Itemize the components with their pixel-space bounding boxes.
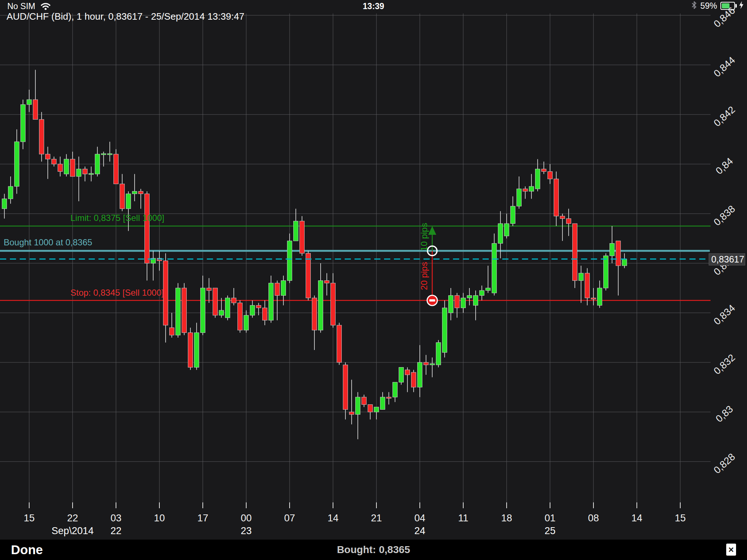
position-status-label: Bought: 0,8365: [0, 540, 747, 560]
candle-up: [21, 105, 26, 142]
candle-up: [250, 306, 255, 315]
candle-down: [58, 164, 63, 171]
candle-up: [622, 259, 627, 265]
candle-up: [27, 100, 32, 105]
x-axis-label: 15: [24, 513, 35, 524]
candle-up: [430, 363, 435, 365]
candle-down: [616, 241, 621, 266]
chart-area[interactable]: 0,8460,8440,8420,840,8380,8360,8340,8320…: [0, 0, 747, 540]
candle-up: [15, 142, 19, 186]
candle-down: [238, 303, 243, 330]
candle-down: [70, 159, 75, 176]
candle-down: [306, 253, 311, 298]
x-axis-sublabel: 25: [545, 525, 556, 536]
candle-down: [362, 397, 367, 404]
candle-down: [312, 298, 317, 330]
candle-up: [132, 191, 137, 194]
y-axis-label: 0,828: [712, 451, 737, 476]
candle-up: [467, 295, 472, 298]
candle-down: [145, 194, 150, 263]
candle-down: [343, 365, 348, 409]
candle-down: [256, 306, 261, 308]
x-axis-label: 10: [154, 513, 165, 524]
pips-to-limit-label: 10 pips: [419, 219, 429, 255]
candle-up: [101, 153, 106, 155]
candle-down: [573, 223, 577, 280]
battery-icon: [720, 2, 735, 10]
candle-down: [548, 171, 553, 179]
candle-up: [498, 223, 503, 243]
candle-down: [411, 372, 416, 387]
candle-down: [263, 308, 267, 320]
candle-down: [455, 295, 460, 308]
candle-up: [201, 288, 205, 332]
candle-up: [418, 362, 422, 387]
candle-down: [542, 169, 546, 172]
candle-up: [176, 288, 181, 335]
x-axis-sublabel: 22: [111, 525, 121, 536]
x-axis-label: 08: [588, 513, 599, 524]
candle-up: [356, 397, 360, 415]
candle-down: [170, 328, 174, 335]
candle-up: [399, 368, 404, 382]
x-axis-sublabel: Sep\2014: [51, 525, 94, 536]
x-axis-label: 17: [197, 513, 208, 524]
y-axis-label: 0,832: [712, 352, 737, 377]
battery-percent-label: 59%: [700, 1, 717, 11]
candle-down: [39, 120, 44, 154]
candle-down: [523, 189, 528, 191]
candle-up: [436, 343, 441, 365]
y-axis-label: 0,84: [713, 156, 735, 176]
candle-down: [554, 179, 559, 216]
candle-up: [2, 199, 7, 209]
candle-up: [219, 310, 224, 315]
candle-up: [294, 221, 298, 241]
status-time: 13:39: [0, 1, 747, 11]
x-axis-sublabel: 24: [414, 525, 425, 536]
candle-up: [126, 194, 131, 209]
candle-down: [120, 184, 125, 209]
x-axis-label: 14: [328, 513, 338, 524]
candle-down: [405, 370, 410, 375]
candle-up: [449, 295, 453, 313]
candle-down: [349, 412, 354, 415]
close-position-icon[interactable]: ✕: [726, 544, 736, 556]
candle-down: [83, 169, 88, 174]
x-axis-label: 00: [241, 513, 252, 524]
stop-order-label[interactable]: Stop: 0,8345 [Sell 1000]: [70, 288, 164, 298]
candle-up: [442, 308, 447, 352]
candle-up: [604, 256, 608, 288]
y-axis-label: 0,83: [713, 404, 735, 424]
candlestick-chart[interactable]: 0,8460,8440,8420,840,8380,8360,8340,8320…: [0, 0, 747, 540]
candle-down: [560, 216, 565, 219]
x-axis-label: 18: [501, 513, 512, 524]
bought-position-label[interactable]: Bought 1000 at 0,8365: [4, 237, 92, 248]
y-axis-label: 0,834: [712, 303, 737, 327]
candle-down: [139, 191, 143, 194]
candle-down: [387, 397, 391, 398]
limit-order-label[interactable]: Limit: 0,8375 [Sell 1000]: [70, 213, 165, 223]
candle-up: [511, 206, 515, 224]
candle-down: [300, 221, 305, 253]
candle-down: [424, 362, 429, 365]
x-axis-label: 14: [631, 513, 642, 524]
candle-up: [225, 298, 230, 318]
candle-up: [473, 295, 478, 305]
y-axis-label: 0,838: [712, 203, 737, 228]
candle-up: [529, 186, 534, 191]
candle-down: [232, 298, 236, 303]
candle-down: [188, 332, 193, 367]
x-axis-label: 11: [458, 513, 468, 524]
candle-up: [77, 169, 81, 176]
candle-up: [480, 291, 484, 296]
candle-down: [585, 273, 590, 298]
candle-down: [207, 288, 212, 291]
candle-down: [591, 298, 596, 299]
y-axis-label: 0,844: [712, 55, 737, 79]
x-axis-label: 03: [111, 513, 121, 524]
bluetooth-icon: [691, 1, 697, 11]
candle-up: [380, 397, 385, 409]
up-arrow-icon: [428, 226, 436, 235]
candle-up: [517, 189, 522, 206]
bottom-toolbar: Done Bought: 0,8365 ✕: [0, 540, 747, 560]
